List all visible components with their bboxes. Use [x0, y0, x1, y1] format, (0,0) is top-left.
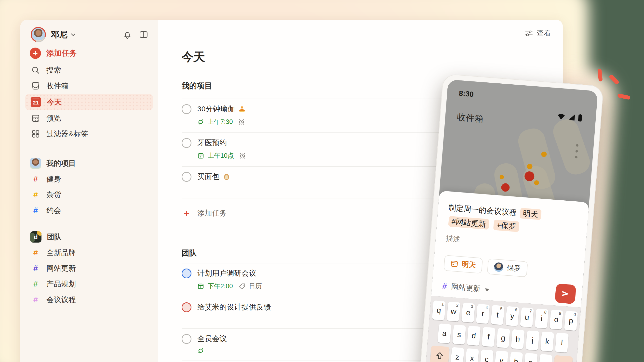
assignee-avatar: [494, 262, 504, 272]
virtual-keyboard: 1q2w3e4r5t6y7u8i9o0p asdfghjkl zxcvbnm: [423, 296, 581, 362]
task-checkbox[interactable]: [182, 138, 192, 148]
task-title[interactable]: 牙医预约: [197, 138, 227, 148]
task-title[interactable]: 买面包: [197, 172, 230, 182]
sidebar-project-product-planning[interactable]: # 产品规划: [20, 276, 158, 292]
sidebar-item-search[interactable]: 搜索: [20, 62, 158, 78]
sidebar-toggle-icon[interactable]: [139, 30, 148, 39]
sidebar-item-label: 搜索: [46, 65, 61, 75]
project-owner-avatar: [30, 158, 41, 169]
sidebar-item-upcoming[interactable]: 预览: [20, 110, 158, 126]
project-label: 会议议程: [46, 295, 76, 305]
key-w[interactable]: 2w: [447, 302, 460, 322]
key-k[interactable]: k: [540, 332, 554, 352]
sidebar-item-filters-labels[interactable]: 过滤器&标签: [20, 126, 158, 142]
tag-icon: [239, 283, 246, 290]
project-token[interactable]: #网站更新: [448, 216, 490, 230]
sidebar-project-new-brand[interactable]: # 全新品牌: [20, 245, 158, 261]
due-date-chip[interactable]: 明天: [444, 255, 483, 274]
assignee-token[interactable]: +保罗: [493, 220, 519, 232]
my-projects-section-header[interactable]: 我的项目: [20, 155, 158, 171]
key-y[interactable]: 6y: [505, 306, 519, 326]
task-checkbox[interactable]: [182, 172, 192, 182]
user-name[interactable]: 邓尼: [51, 29, 68, 40]
send-button[interactable]: [555, 284, 576, 304]
key-c[interactable]: c: [480, 350, 494, 362]
today-calendar-icon: 21: [31, 97, 41, 107]
chevron-down-icon[interactable]: [70, 31, 76, 38]
inbox-icon: [31, 81, 40, 91]
key-o[interactable]: 9o: [550, 310, 563, 330]
sidebar-project-appointments[interactable]: # 约会: [20, 203, 158, 218]
task-checkbox[interactable]: [182, 104, 192, 114]
yoga-emoji: [238, 105, 246, 113]
avatar-photo: [32, 28, 45, 41]
team-logo-icon: d: [30, 231, 42, 243]
key-i[interactable]: 8i: [535, 309, 548, 329]
hash-icon: #: [442, 281, 447, 291]
key-l[interactable]: l: [555, 333, 569, 353]
plus-icon: +: [30, 47, 41, 59]
task-title[interactable]: 计划用户调研会议: [197, 268, 256, 278]
shift-key[interactable]: [430, 346, 450, 362]
page-title: 今天: [182, 49, 563, 65]
shift-icon: [435, 351, 444, 360]
task-checkbox-priority-red[interactable]: [182, 302, 192, 312]
sidebar-header: 邓尼: [20, 27, 158, 42]
key-d[interactable]: d: [467, 326, 481, 346]
key-q[interactable]: 1q: [432, 301, 446, 321]
task-tag-label[interactable]: 日历: [249, 282, 262, 290]
battery-icon: [578, 114, 582, 122]
key-s[interactable]: s: [452, 325, 466, 345]
todoist-marketing-scene: 邓尼 + 添加任务 搜索: [0, 0, 644, 362]
sidebar-project-website-update[interactable]: # 网站更新: [20, 261, 158, 276]
date-token[interactable]: 明天: [520, 208, 542, 220]
sidebar-project-fitness[interactable]: # 健身: [20, 171, 158, 187]
task-checkbox[interactable]: [182, 334, 192, 344]
task-checkbox-priority-blue[interactable]: [182, 269, 192, 278]
key-t[interactable]: 5t: [490, 305, 504, 325]
plus-icon: +: [182, 208, 192, 218]
bell-icon[interactable]: [122, 30, 132, 39]
recurring-icon: [197, 118, 204, 125]
hash-icon: #: [31, 248, 40, 257]
key-u[interactable]: 7u: [520, 307, 534, 328]
sidebar-item-inbox[interactable]: 收件箱: [20, 78, 158, 94]
assignee-chip[interactable]: 保罗: [487, 259, 528, 277]
sidebar-project-groceries[interactable]: # 杂货: [20, 187, 158, 203]
sidebar-item-today[interactable]: 21 今天: [25, 94, 153, 110]
section-title: 我的项目: [46, 158, 76, 168]
key-g[interactable]: g: [496, 328, 510, 348]
key-m[interactable]: m: [538, 354, 552, 362]
key-f[interactable]: f: [482, 327, 495, 347]
user-avatar[interactable]: [31, 27, 46, 42]
sidebar-project-meeting-agenda[interactable]: # 会议议程: [20, 292, 158, 308]
key-h[interactable]: h: [511, 329, 525, 349]
key-n[interactable]: n: [524, 353, 538, 362]
key-e[interactable]: 3e: [462, 303, 475, 323]
calendar-date-icon: [197, 283, 204, 290]
key-p[interactable]: 0p: [564, 311, 578, 331]
add-task-button[interactable]: + 添加任务: [20, 46, 158, 60]
key-a[interactable]: a: [438, 324, 451, 344]
key-x[interactable]: x: [465, 348, 479, 362]
section-title: 团队: [47, 232, 62, 242]
key-z[interactable]: z: [450, 347, 464, 362]
task-title[interactable]: 给艾米的设计提供反馈: [197, 302, 271, 312]
calendar-icon: [450, 260, 458, 268]
hash-icon: #: [31, 206, 40, 215]
key-r[interactable]: 4r: [476, 304, 490, 324]
phone-mockup: 8:30 收件箱: [418, 74, 604, 362]
task-title[interactable]: 30分钟瑜伽: [197, 104, 246, 114]
key-j[interactable]: j: [526, 330, 540, 351]
project-label: 全新品牌: [46, 248, 76, 258]
team-section-header[interactable]: d 团队: [20, 229, 158, 245]
key-b[interactable]: b: [509, 352, 523, 362]
quick-add-input[interactable]: 制定周一的会议议程 明天 #网站更新 +保罗: [447, 201, 578, 238]
task-title[interactable]: 全员会议: [197, 334, 227, 344]
key-v[interactable]: v: [494, 351, 508, 362]
search-icon: [31, 65, 40, 75]
view-options-button[interactable]: 查看: [524, 28, 551, 38]
send-icon: [560, 288, 571, 299]
calendar-date-icon: [197, 152, 204, 159]
backspace-key[interactable]: [553, 355, 573, 362]
